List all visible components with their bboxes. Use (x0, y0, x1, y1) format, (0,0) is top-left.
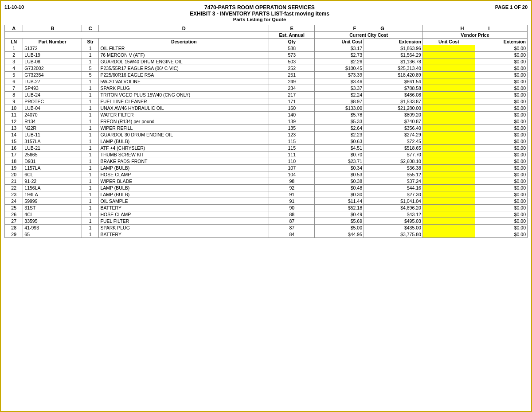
table-row: 206CL1HOSE CLAMP104$0.53$55.12$0.00 (5, 171, 528, 178)
parts-table: A B C D E F G H I Est. Annual Current Ci… (4, 25, 528, 238)
page-number: PAGE 1 OF 20 (495, 4, 528, 10)
table-row: 8LUB-241TRITON VGEO PLUS 15W40 (CNG ONLY… (5, 92, 528, 98)
col-e-header: E (269, 25, 315, 32)
title-line3: Parts Listing for Quote (24, 17, 495, 22)
est-annual-header: Est. Annual (269, 32, 315, 39)
col-hi-header: H I (422, 25, 527, 32)
table-row: 153157LA1LAMP (BULB)115$0.63$72.45$0.00 (5, 138, 528, 145)
col-c-header: C (82, 25, 99, 32)
col-a-header: A (5, 25, 23, 32)
table-row: 12R1341FREON (R134) per pound139$5.33$74… (5, 118, 528, 125)
ln-header: LN (5, 39, 23, 45)
group-header-row: Est. Annual Current City Cost Vendor Pri… (5, 32, 528, 39)
table-row: 3LUB-081GUARDOL 15W40 DRUM ENGINE OIL503… (5, 58, 528, 65)
table-row: 4G7320025P235/55R17 EAGLE RSA (06/ C-VIC… (5, 65, 528, 72)
vendor-extension-header: Extension (475, 39, 527, 45)
table-row: 264CL1HOSE CLAMP88$0.49$43.12$0.00 (5, 211, 528, 218)
description-header: Description (99, 39, 269, 45)
col-fg-header: F G (315, 25, 422, 32)
current-city-cost-header: Current City Cost (315, 32, 422, 39)
table-row: 2LUB-19176 MERCON V (ATF)573$2.73$1,564.… (5, 52, 528, 58)
document-header: 7470-PARTS ROOM OPERATION SERVICES EXHIB… (24, 4, 495, 22)
extension-header: Extension (364, 39, 423, 45)
table-row: 10LUB-041UNAX AW46 HYDRAULIC OIL160$133.… (5, 105, 528, 112)
document-date: 11-10-10 (4, 4, 24, 10)
table-row: 7SP4931SPARK PLUG234$3.37$788.58$0.00 (5, 85, 528, 92)
col-d-header: D (99, 25, 269, 32)
table-row: 18D9311BRAKE PADS-FRONT110$23.71$2,608.1… (5, 158, 528, 165)
table-row: 1513721OIL FILTER588$3.17$1,863.96$0.00 (5, 45, 528, 52)
table-row: 13N22R1WIPER REFILL135$2.64$356.40$0.00 (5, 125, 528, 132)
table-row: 221156LA1LAMP (BULB)92$0.48$44.16$0.00 (5, 185, 528, 191)
table-row: 9PROTEC1FUEL LINE CLEANER171$8.97$1,533.… (5, 98, 528, 105)
table-row: 23194LA1LAMP (BULB)91$0.30$27.30$0.00 (5, 191, 528, 198)
vendor-price-header: Vendor Price (422, 32, 527, 39)
column-names-row: LN Part Number Str Description Qty Unit … (5, 39, 528, 45)
table-row: 16LUB-211ATF +4 (CHRYSLER)115$4.51$518.6… (5, 145, 528, 152)
column-letter-row: A B C D E F G H I (5, 25, 528, 32)
qty-header: Qty (269, 39, 315, 45)
title-line2: EXHIBIT 3 - INVENTORY PARTS LIST-fast mo… (24, 11, 495, 17)
table-row: 24599991OIL SAMPLE91$11.44$1,041.04$0.00 (5, 198, 528, 205)
table-row: 17256651THUMB SCREW KIT111$0.70$77.70$0.… (5, 152, 528, 158)
table-row: 11240701WATER FILTER140$5.78$809.20$0.00 (5, 112, 528, 118)
table-row: 5G7323545P225/60R16 EAGLE RSA251$73.39$1… (5, 72, 528, 78)
table-row: 29651BATTERY84$44.95$3,775.80$0.00 (5, 231, 528, 238)
vendor-unit-cost-header: Unit Cost (422, 39, 475, 45)
col-b-header: B (23, 25, 82, 32)
empty-header (5, 32, 269, 39)
unit-cost-header: Unit Cost (315, 39, 364, 45)
table-row: 6LUB-2715W-20 VALVOLINE249$3.46$861.54$0… (5, 78, 528, 85)
str-header: Str (82, 39, 99, 45)
part-number-header: Part Number (23, 39, 82, 45)
table-row: 27335951FUEL FILTER87$5.69$495.03$0.00 (5, 218, 528, 225)
table-row: 191157LA1LAMP (BULB)107$0.34$36.38$0.00 (5, 165, 528, 171)
table-row: 2191-221WIPER BLADE98$0.38$37.24$0.00 (5, 178, 528, 185)
table-row: 14LUB-111GUARDOL 30 DRUM ENGINE OIL123$2… (5, 132, 528, 138)
table-row: 2531ST1BATTERY90$52.18$4,696.20$0.00 (5, 205, 528, 211)
title-line1: 7470-PARTS ROOM OPERATION SERVICES (24, 4, 495, 11)
table-row: 2841-9931SPARK PLUG87$5.00$435.00$0.00 (5, 225, 528, 231)
